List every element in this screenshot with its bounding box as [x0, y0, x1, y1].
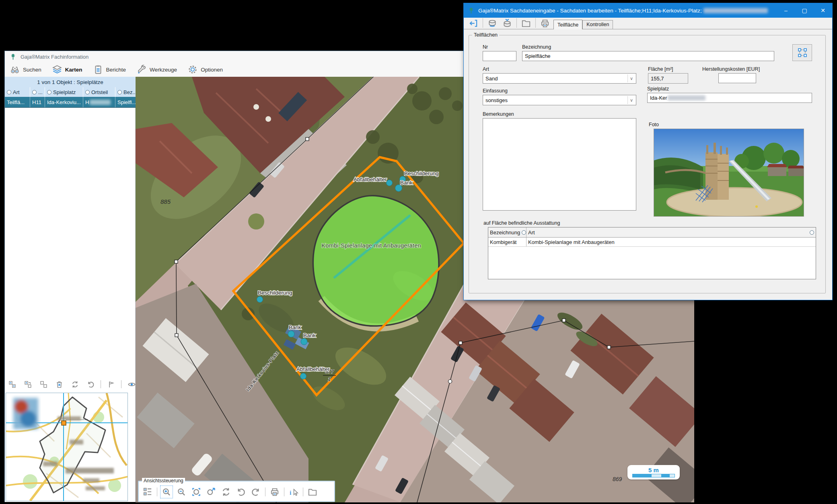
nr-label: Nr — [483, 44, 488, 50]
feature-label: Bank — [400, 180, 413, 186]
toolbar-item-karten[interactable]: Karten — [52, 64, 82, 75]
column-art[interactable]: Art — [5, 87, 30, 97]
sort-radio-icon[interactable] — [7, 90, 11, 94]
sort-radio-icon[interactable] — [117, 90, 122, 94]
select-objects-button[interactable] — [6, 379, 18, 390]
zoom-out-icon — [176, 487, 187, 497]
sort-radio-icon[interactable] — [47, 90, 51, 94]
sort-radio-icon[interactable] — [32, 90, 37, 94]
clear-selection-button[interactable] — [38, 379, 49, 390]
svg-text:1: 1 — [328, 376, 331, 382]
flag-button[interactable] — [105, 379, 117, 390]
groupbox-label: Teilflächen — [472, 32, 499, 38]
toolbar-item-werkzeuge[interactable]: Werkzeuge — [136, 64, 177, 75]
results-header: 1 von 1 Objekt : Spielplätze — [5, 77, 136, 88]
view-control-label: Ansichtssteuerung — [142, 478, 185, 484]
zoom-extent-button[interactable] — [206, 486, 217, 498]
geometry-button[interactable] — [792, 44, 812, 61]
undo-selection-button[interactable] — [85, 379, 96, 390]
geometry-vertices-icon — [797, 47, 808, 58]
dialog-titlebar[interactable]: Gaja®Matrix Sachdateneingabe - Sachdaten… — [464, 3, 832, 18]
exit-edit-button[interactable] — [468, 18, 479, 29]
feature-label: Bank — [303, 332, 316, 338]
cell-nr: H11 — [30, 97, 45, 107]
bezeichnung-field[interactable]: Spielfläche — [522, 51, 774, 61]
legend-button[interactable] — [142, 486, 153, 498]
foto-label: Foto — [649, 122, 659, 127]
maximize-button[interactable]: ▢ — [795, 3, 814, 18]
info-cursor-icon — [288, 487, 299, 497]
toolbar-item-berichte[interactable]: Berichte — [93, 64, 126, 75]
art-select[interactable]: Sand ∨ — [483, 73, 636, 84]
refresh-selection-button[interactable] — [69, 379, 80, 390]
equip-column-bezeichnung[interactable]: Bezeichnung — [488, 227, 526, 237]
minimize-button[interactable]: – — [777, 3, 795, 18]
einfassung-select[interactable]: sonstiges ∨ — [483, 95, 636, 105]
zoom-window-button[interactable] — [191, 486, 202, 498]
layers-icon — [52, 64, 62, 75]
save-record-button[interactable] — [487, 18, 498, 29]
redacted-text — [90, 100, 111, 105]
redo-view-button[interactable] — [250, 486, 261, 498]
equipment-table[interactable]: Bezeichnung Art Kombigerät Kombi-Spielan… — [488, 227, 816, 279]
flaeche-field: 155,7 — [648, 73, 688, 84]
results-column-header: Art ... Spielplatz Ortsteil Bez... — [5, 87, 136, 97]
feature-dot-beschilderung2 — [257, 297, 263, 303]
sort-radio-icon[interactable] — [522, 230, 526, 235]
dialog-tabs: Teilfläche Kontrollen — [553, 18, 613, 29]
map-scalebar: 5 m — [627, 465, 680, 479]
zoom-out-button[interactable] — [176, 486, 187, 498]
gear-icon — [187, 64, 198, 75]
equip-column-art[interactable]: Art — [526, 227, 816, 237]
separator — [535, 18, 536, 28]
app-logo-icon — [9, 53, 17, 61]
zoom-window-icon — [191, 487, 202, 497]
bemerkungen-textarea[interactable] — [483, 118, 636, 211]
tab-kontrollen[interactable]: Kontrollen — [582, 20, 613, 29]
column-nr[interactable]: ... — [30, 87, 45, 97]
column-ortsteil[interactable]: Ortsteil — [83, 87, 115, 97]
info-tool-button[interactable] — [288, 486, 299, 498]
foto-image — [654, 129, 804, 217]
playground-photo — [654, 129, 804, 216]
separator — [157, 488, 157, 496]
parcel-number-869: 869 — [613, 476, 622, 482]
print-map-button[interactable] — [269, 486, 280, 498]
chevron-down-icon: ∨ — [627, 74, 635, 82]
equip-cell-art: Kombi-Spielanlage mit Anbaugeräten — [526, 238, 816, 246]
redo-icon — [251, 487, 261, 497]
column-spielplatz[interactable]: Spielplatz — [45, 87, 83, 97]
overview-map-canvas — [6, 393, 128, 501]
sort-radio-icon[interactable] — [810, 230, 814, 235]
feature-label: Beschilderung — [404, 170, 439, 176]
delete-selection-button[interactable] — [53, 379, 65, 390]
chevron-down-icon: ∨ — [627, 96, 635, 104]
kosten-field[interactable] — [718, 73, 756, 83]
open-record-button[interactable] — [520, 18, 532, 29]
database-save-icon — [487, 18, 498, 29]
print-record-button[interactable] — [539, 18, 551, 29]
column-bez[interactable]: Bez... — [115, 87, 136, 97]
sort-radio-icon[interactable] — [85, 90, 90, 94]
spielplatz-field[interactable]: Ida-Ker — [647, 93, 812, 103]
open-map-button[interactable] — [307, 486, 318, 498]
move-selection-button[interactable] — [22, 379, 33, 390]
database-load-icon — [502, 18, 512, 29]
toolbar-item-optionen[interactable]: Optionen — [187, 64, 223, 75]
undo-view-button[interactable] — [235, 486, 247, 498]
equipment-row[interactable]: Kombigerät Kombi-Spielanlage mit Anbauge… — [488, 238, 816, 247]
equipment-table-header: Bezeichnung Art — [488, 227, 816, 238]
close-button[interactable]: ✕ — [814, 3, 832, 18]
reload-record-button[interactable] — [502, 18, 513, 29]
overview-map[interactable] — [6, 393, 128, 501]
bezeichnung-label: Bezeichnung — [522, 44, 551, 50]
tab-teilflaeche[interactable]: Teilfläche — [553, 20, 582, 29]
toolbar-item-suchen[interactable]: Suchen — [10, 64, 41, 75]
feature-dot-bank — [395, 185, 402, 192]
zoom-in-button[interactable] — [161, 486, 172, 498]
view-control-toolbar: Ansichtssteuerung — [138, 481, 335, 502]
refresh-map-button[interactable] — [220, 486, 232, 498]
separator — [121, 380, 121, 388]
nr-field[interactable] — [483, 51, 516, 61]
table-row[interactable]: Teilflä... H11 Ida-Kerkoviu... H Spielfl… — [5, 97, 136, 108]
